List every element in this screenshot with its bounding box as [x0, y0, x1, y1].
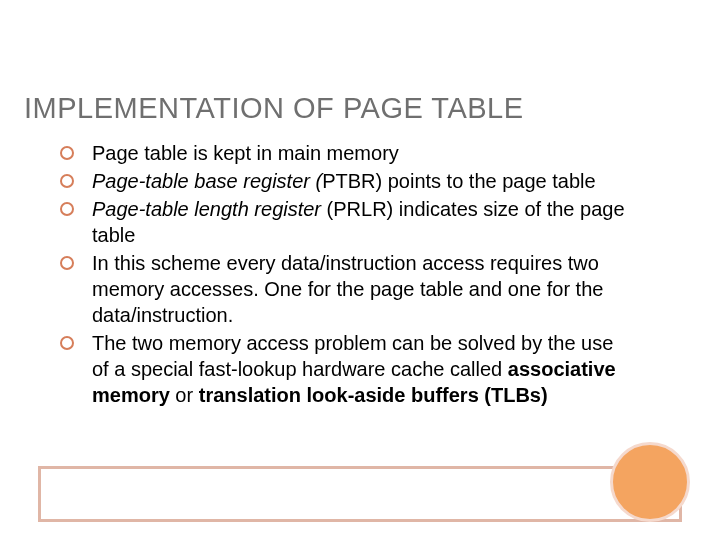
list-item: The two memory access problem can be sol…	[60, 330, 630, 408]
italic-text: Page-table base register (	[92, 170, 322, 192]
text: or	[170, 384, 199, 406]
bullet-icon	[60, 146, 74, 160]
list-item: In this scheme every data/instruction ac…	[60, 250, 630, 328]
bold-text: translation look-aside buffers (TLBs)	[199, 384, 548, 406]
text: PTBR) points to the page table	[322, 170, 596, 192]
list-item: Page table is kept in main memory	[60, 140, 630, 166]
slide: IMPLEMENTATION OF PAGE TABLE Page table …	[0, 0, 720, 540]
page-title: IMPLEMENTATION OF PAGE TABLE	[24, 92, 524, 125]
bullet-text: In this scheme every data/instruction ac…	[92, 250, 630, 328]
bullet-text: Page-table base register (PTBR) points t…	[92, 168, 630, 194]
bullet-text: The two memory access problem can be sol…	[92, 330, 630, 408]
bullet-icon	[60, 256, 74, 270]
decorative-circle	[610, 442, 690, 522]
bullet-text: Page-table length register (PRLR) indica…	[92, 196, 630, 248]
list-item: Page-table base register (PTBR) points t…	[60, 168, 630, 194]
decorative-frame	[38, 466, 682, 522]
bullet-list: Page table is kept in main memory Page-t…	[60, 140, 630, 410]
bullet-icon	[60, 174, 74, 188]
bullet-icon	[60, 336, 74, 350]
list-item: Page-table length register (PRLR) indica…	[60, 196, 630, 248]
bullet-text: Page table is kept in main memory	[92, 140, 630, 166]
italic-text: Page-table length register	[92, 198, 321, 220]
bullet-icon	[60, 202, 74, 216]
